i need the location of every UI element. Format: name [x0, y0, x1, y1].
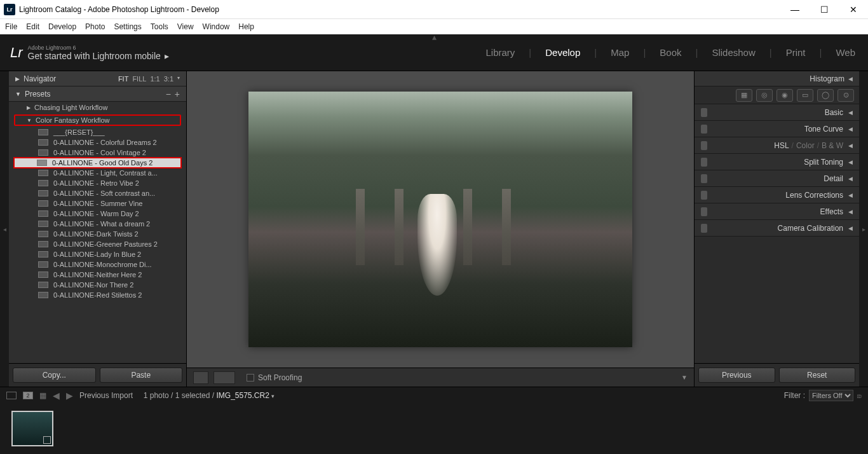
gradient-tool[interactable]: ▭: [797, 89, 813, 102]
preset-item[interactable]: 0-ALLINONE-Nor There 2: [9, 280, 186, 290]
preset-item[interactable]: 0-ALLINONE-Dark Twists 2: [9, 229, 186, 239]
section-switch[interactable]: [701, 224, 707, 233]
triangle-right-icon: ▶: [15, 76, 20, 82]
histogram-header[interactable]: Histogram◀: [695, 71, 859, 86]
grid-icon[interactable]: ▦: [39, 391, 46, 400]
preset-item[interactable]: 0-ALLINONE-Greener Pastures 2: [9, 239, 186, 249]
menu-settings[interactable]: Settings: [114, 22, 141, 31]
develop-section-header[interactable]: Tone Curve◀: [695, 121, 859, 137]
module-map[interactable]: Map: [608, 47, 632, 58]
menu-file[interactable]: File: [5, 22, 17, 31]
copy-button[interactable]: Copy...: [13, 368, 96, 383]
module-book[interactable]: Book: [657, 47, 684, 58]
menu-help[interactable]: Help: [238, 22, 254, 31]
paste-button[interactable]: Paste: [100, 368, 183, 383]
secondary-monitor-button[interactable]: 2: [23, 392, 33, 399]
preset-item[interactable]: ___{RESET}___: [9, 127, 186, 137]
nav-3to1[interactable]: 3:1: [164, 75, 173, 83]
preset-item[interactable]: 0-ALLINONE - Light, Contrast a...: [9, 168, 186, 178]
nav-fill[interactable]: FILL: [132, 75, 146, 83]
preset-item[interactable]: 0-ALLINONE - Good Old Days 2: [14, 158, 181, 168]
previous-button[interactable]: Previous: [698, 368, 775, 383]
menu-tools[interactable]: Tools: [151, 22, 168, 31]
toolbar-expand-icon[interactable]: ▼: [681, 374, 688, 381]
section-switch[interactable]: [701, 191, 707, 200]
navigator-header[interactable]: ▶ Navigator FIT FILL 1:1 3:1 ▾: [9, 71, 186, 86]
section-switch[interactable]: [701, 174, 707, 183]
right-edge-grip[interactable]: ▸: [859, 71, 868, 387]
preset-item[interactable]: 0-ALLINONE-Neither Here 2: [9, 270, 186, 280]
preset-item[interactable]: 0-ALLINONE - Colorful Dreams 2: [9, 137, 186, 148]
develop-section-header[interactable]: Lens Corrections◀: [695, 187, 859, 203]
preset-icon: [38, 272, 48, 278]
develop-section-header[interactable]: HSL/Color/B & W◀: [695, 137, 859, 154]
section-switch[interactable]: [701, 108, 707, 117]
crop-tool[interactable]: ▦: [736, 89, 752, 102]
preset-item[interactable]: 0-ALLINONE-Monochrome Di...: [9, 259, 186, 270]
preset-item[interactable]: 0-ALLINONE - Cool Vintage 2: [9, 148, 186, 158]
triangle-icon: ▼: [27, 118, 32, 123]
maximize-button[interactable]: ☐: [810, 0, 839, 19]
module-develop[interactable]: Develop: [543, 47, 583, 58]
before-after-button[interactable]: [214, 371, 235, 384]
presets-header[interactable]: ▼ Presets −+: [9, 86, 186, 102]
nav-back-icon[interactable]: ◀: [53, 390, 60, 401]
plus-icon[interactable]: +: [175, 90, 180, 99]
brush-tool[interactable]: ⊙: [837, 89, 854, 102]
brand-main[interactable]: Get started with Lightroom mobile▸: [28, 51, 169, 61]
develop-section-header[interactable]: Split Toning◀: [695, 154, 859, 170]
section-switch[interactable]: [701, 158, 707, 167]
develop-section-header[interactable]: Basic◀: [695, 104, 859, 121]
top-panel-grip[interactable]: ▴: [432, 32, 437, 42]
nav-fit[interactable]: FIT: [118, 75, 129, 83]
preset-item[interactable]: 0-ALLINONE-Red Stilettos 2: [9, 290, 186, 300]
menu-edit[interactable]: Edit: [26, 22, 39, 31]
section-switch[interactable]: [701, 141, 707, 150]
module-library[interactable]: Library: [483, 47, 517, 58]
preset-item[interactable]: 0-ALLINONE - What a dream 2: [9, 219, 186, 229]
filter-lock-icon[interactable]: ⎄: [857, 391, 862, 400]
minus-icon[interactable]: −: [166, 90, 171, 99]
nav-forward-icon[interactable]: ▶: [66, 390, 73, 401]
menu-window[interactable]: Window: [203, 22, 230, 31]
preset-folder[interactable]: ▶Chasing Light Workflow: [9, 102, 186, 113]
filmstrip-thumbnail[interactable]: [11, 411, 53, 446]
section-switch[interactable]: [701, 207, 707, 216]
nav-1to1[interactable]: 1:1: [150, 75, 159, 83]
source-path[interactable]: Previous Import 1 photo / 1 selected / I…: [79, 391, 275, 400]
menu-photo[interactable]: Photo: [85, 22, 105, 31]
section-switch[interactable]: [701, 125, 707, 134]
menu-develop[interactable]: Develop: [48, 22, 76, 31]
preset-item[interactable]: 0-ALLINONE-Lady In Blue 2: [9, 249, 186, 259]
module-slideshow[interactable]: Slideshow: [709, 47, 757, 58]
soft-proofing-checkbox[interactable]: [247, 374, 254, 382]
preset-icon: [38, 241, 48, 247]
left-edge-grip[interactable]: ◂: [0, 71, 9, 387]
preset-item[interactable]: 0-ALLINONE - Soft contrast an...: [9, 188, 186, 198]
chevron-down-icon[interactable]: ▾: [177, 75, 180, 83]
module-print[interactable]: Print: [783, 47, 808, 58]
window-titlebar: Lr Lightroom Catalog - Adobe Photoshop L…: [0, 0, 868, 19]
filter-select[interactable]: Filters Off: [809, 390, 853, 401]
reset-button[interactable]: Reset: [779, 368, 856, 383]
module-web[interactable]: Web: [833, 47, 858, 58]
develop-section-header[interactable]: Detail◀: [695, 170, 859, 187]
preset-item[interactable]: 0-ALLINONE - Retro Vibe 2: [9, 178, 186, 188]
minimize-button[interactable]: —: [780, 0, 810, 19]
develop-section-header[interactable]: Camera Calibration◀: [695, 220, 859, 237]
preset-folder[interactable]: ▼Color Fantasy Workflow: [14, 114, 181, 126]
menu-view[interactable]: View: [177, 22, 194, 31]
develop-section-header[interactable]: Effects◀: [695, 203, 859, 220]
spot-tool[interactable]: ◎: [756, 89, 773, 102]
preset-icon: [38, 292, 48, 298]
loupe-view-button[interactable]: [193, 371, 208, 384]
preset-item[interactable]: 0-ALLINONE - Summer Vine: [9, 198, 186, 209]
redeye-tool[interactable]: ◉: [776, 89, 793, 102]
preview-photo[interactable]: [248, 92, 632, 347]
radial-tool[interactable]: ◯: [817, 89, 834, 102]
preset-item[interactable]: 0-ALLINONE - Warm Day 2: [9, 209, 186, 219]
close-button[interactable]: ✕: [839, 0, 868, 19]
tool-strip: ▦ ◎ ◉ ▭ ◯ ⊙: [695, 86, 859, 104]
preset-icon: [38, 190, 48, 196]
primary-monitor-button[interactable]: [6, 392, 17, 399]
